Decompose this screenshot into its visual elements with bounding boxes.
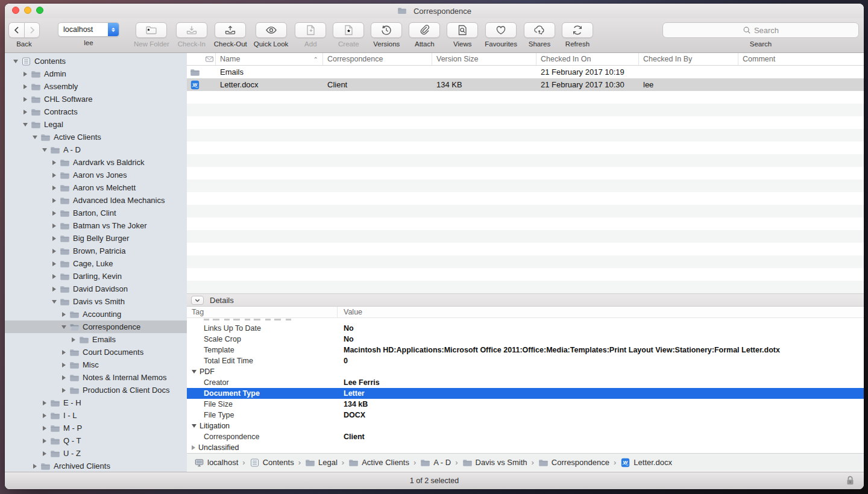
sidebar-item-m-p[interactable]: M - P — [5, 422, 187, 434]
refresh-button[interactable] — [562, 22, 593, 38]
disclosure-triangle-icon[interactable] — [22, 108, 29, 116]
details-row-scale-crop[interactable]: Scale CropNo — [187, 334, 864, 345]
server-select[interactable]: localhost — [58, 22, 119, 37]
file-row-emails[interactable]: Emails21 February 2017 10:19 — [187, 66, 864, 78]
details-row-links-up-to-date[interactable]: Links Up To DateNo — [187, 323, 864, 334]
disclosure-triangle-icon[interactable] — [51, 210, 58, 217]
sidebar-item-i-l[interactable]: I - L — [5, 409, 187, 422]
breadcrumb-item-localhost[interactable]: localhost — [194, 458, 238, 467]
sidebar-item-legal[interactable]: Legal — [5, 118, 187, 131]
disclosure-triangle-icon[interactable] — [51, 286, 58, 293]
details-row-document-type[interactable]: Document TypeLetter — [187, 388, 864, 399]
sidebar-item-davis-vs-smith[interactable]: Davis vs Smith — [5, 295, 187, 308]
sidebar-item-aardvark-vs-baldrick[interactable]: Aardvark vs Baldrick — [5, 156, 187, 169]
disclosure-triangle-icon[interactable] — [60, 324, 68, 331]
disclosure-triangle-icon[interactable] — [22, 121, 29, 128]
breadcrumb-item-legal[interactable]: Legal — [305, 458, 338, 467]
sidebar-item-court-documents[interactable]: Court Documents — [5, 346, 187, 358]
sidebar-item-batman-vs-the-joker[interactable]: Batman vs The Joker — [5, 219, 187, 232]
disclosure-triangle-icon[interactable] — [60, 387, 68, 394]
disclosure-triangle-icon[interactable] — [51, 222, 58, 230]
sidebar-item-brown-patricia[interactable]: Brown, Patricia — [5, 245, 187, 257]
disclosure-triangle-icon[interactable] — [51, 197, 58, 204]
disclosure-triangle-icon[interactable] — [60, 374, 68, 381]
sidebar-item-aaron-vs-melchett[interactable]: Aaron vs Melchett — [5, 181, 187, 194]
lock-icon[interactable] — [845, 475, 855, 489]
sidebar-item-advanced-idea-mechanics[interactable]: Advanced Idea Mechanics — [5, 194, 187, 207]
disclosure-triangle-icon[interactable] — [51, 235, 58, 242]
new-folder-button[interactable] — [136, 22, 167, 38]
disclosure-triangle-icon[interactable] — [22, 70, 29, 78]
disclosure-triangle-icon[interactable] — [31, 463, 39, 470]
disclosure-triangle-icon[interactable] — [51, 260, 58, 267]
sidebar-item-q-t[interactable]: Q - T — [5, 434, 187, 447]
disclosure-triangle-icon[interactable] — [31, 134, 39, 141]
column-header-version-size[interactable]: Version Size — [432, 53, 536, 65]
quick-look-button[interactable] — [256, 22, 287, 38]
sidebar-item-barton-clint[interactable]: Barton, Clint — [5, 207, 187, 219]
details-row-file-size[interactable]: File Size134 kB — [187, 399, 864, 410]
breadcrumb-item-active-clients[interactable]: Active Clients — [348, 458, 409, 467]
disclosure-triangle-icon[interactable] — [41, 450, 48, 457]
sidebar-item-darling-kevin[interactable]: Darling, Kevin — [5, 270, 187, 283]
details-row-creator[interactable]: CreatorLee Ferris — [187, 377, 864, 388]
details-collapse-button[interactable] — [191, 296, 204, 305]
sidebar-item-misc[interactable]: Misc — [5, 358, 187, 371]
minimize-button[interactable] — [24, 7, 31, 14]
close-button[interactable] — [12, 7, 19, 14]
attachment-column-header[interactable] — [187, 53, 216, 65]
sidebar-item-david-davidson[interactable]: David Davidson — [5, 283, 187, 295]
sidebar-item-active-clients[interactable]: Active Clients — [5, 131, 187, 143]
zoom-button[interactable] — [36, 7, 43, 14]
breadcrumb-item-correspondence[interactable]: Correspondence — [538, 458, 609, 467]
sidebar-item-a-d[interactable]: A - D — [5, 143, 187, 156]
shares-button[interactable] — [524, 22, 555, 38]
sidebar-item-aaron-vs-jones[interactable]: Aaron vs Jones — [5, 169, 187, 181]
disclosure-triangle-icon[interactable] — [60, 349, 68, 356]
sidebar-item-contents[interactable]: Contents — [5, 55, 187, 67]
disclosure-triangle-icon[interactable] — [60, 311, 68, 318]
search-input[interactable]: Search — [662, 22, 859, 38]
sidebar-item-assembly[interactable]: Assembly — [5, 80, 187, 93]
sidebar-item-e-h[interactable]: E - H — [5, 396, 187, 409]
add-button[interactable] — [295, 22, 326, 38]
file-list-empty-area[interactable] — [187, 91, 864, 293]
details-row-template[interactable]: TemplateMacintosh HD:Applications:Micros… — [187, 345, 864, 355]
views-button[interactable] — [447, 22, 478, 38]
disclosure-triangle-icon[interactable] — [51, 172, 58, 179]
sidebar-item-contracts[interactable]: Contracts — [5, 105, 187, 118]
breadcrumb-item-a-d[interactable]: A - D — [420, 458, 451, 467]
check-in-button[interactable] — [176, 22, 207, 38]
favourites-button[interactable] — [485, 22, 517, 38]
breadcrumb-item-davis-vs-smith[interactable]: Davis vs Smith — [462, 458, 527, 467]
sidebar-item-big-belly-burger[interactable]: Big Belly Burger — [5, 232, 187, 245]
disclosure-triangle-icon[interactable] — [51, 298, 58, 305]
column-header-checked-in-on[interactable]: Checked In On — [536, 53, 639, 65]
disclosure-triangle-icon[interactable] — [60, 361, 68, 369]
sidebar-item-notes-internal-memos[interactable]: Notes & Internal Memos — [5, 371, 187, 384]
sidebar-item-cage-luke[interactable]: Cage, Luke — [5, 257, 187, 270]
disclosure-triangle-icon[interactable] — [41, 146, 48, 154]
column-header-comment[interactable]: Comment — [738, 53, 864, 65]
sidebar-item-chl-software[interactable]: CHL Software — [5, 93, 187, 105]
sidebar-item-archived-clients[interactable]: Archived Clients — [5, 460, 187, 472]
details-row-total-edit-time[interactable]: Total Edit Time0 — [187, 355, 864, 366]
disclosure-triangle-icon[interactable] — [192, 370, 197, 374]
disclosure-triangle-icon[interactable] — [51, 248, 58, 255]
disclosure-triangle-icon[interactable] — [41, 412, 48, 419]
back-button[interactable] — [8, 22, 24, 38]
details-section-litigation[interactable]: Litigation — [187, 421, 864, 431]
sidebar-item-u-z[interactable]: U - Z — [5, 447, 187, 460]
details-row-correspondence[interactable]: CorrespondenceClient — [187, 431, 864, 442]
value-column-header[interactable]: Value — [338, 307, 864, 317]
attach-button[interactable] — [409, 22, 440, 38]
disclosure-triangle-icon[interactable] — [192, 424, 197, 428]
disclosure-triangle-icon[interactable] — [70, 336, 77, 343]
column-header-checked-in-by[interactable]: Checked In By — [639, 53, 738, 65]
versions-button[interactable] — [371, 22, 402, 38]
disclosure-triangle-icon[interactable] — [12, 58, 19, 65]
details-section-pdf[interactable]: PDF — [187, 366, 864, 377]
file-row-letter-docx[interactable]: WLetter.docxClient134 KB21 February 2017… — [187, 78, 864, 91]
disclosure-triangle-icon[interactable] — [41, 425, 48, 432]
sidebar-item-admin[interactable]: Admin — [5, 67, 187, 80]
